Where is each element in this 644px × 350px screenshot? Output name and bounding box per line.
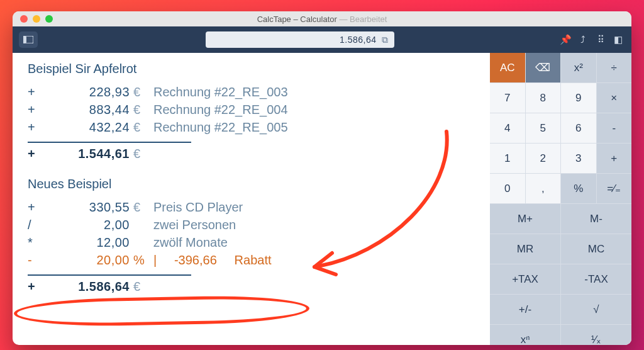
- operator: +: [28, 103, 42, 117]
- toolbar: 1.586,64 ⧉ 📌 ⤴ ⠿ ◧: [13, 26, 631, 53]
- key-add[interactable]: +: [597, 144, 632, 173]
- key-9[interactable]: 9: [561, 83, 596, 113]
- subtotal-rule: [28, 142, 191, 143]
- tape-row[interactable]: + 432,24 € Rechnung #22_RE_005: [28, 120, 475, 138]
- key-square[interactable]: x²: [561, 53, 596, 82]
- key-subtract[interactable]: -: [597, 113, 632, 143]
- annotation-ellipse: [14, 295, 310, 327]
- calculation-tape[interactable]: Beispiel Sir Apfelrot + 228,93 € Rechnun…: [13, 53, 490, 345]
- operator: /: [28, 218, 42, 232]
- key-plus-tax[interactable]: +TAX: [490, 264, 560, 294]
- value: 2,00: [42, 218, 130, 232]
- note: zwölf Monate: [146, 235, 228, 250]
- note: | -396,66 Rabatt: [146, 253, 272, 268]
- currency: €: [130, 103, 146, 117]
- operator: +: [28, 120, 42, 135]
- key-percent[interactable]: %: [561, 174, 596, 203]
- document-status: Bearbeitet: [350, 14, 387, 24]
- operator: +: [28, 200, 42, 215]
- note: Rechnung #22_RE_005: [146, 120, 288, 135]
- tape-row[interactable]: + 330,55 € Preis CD Player: [28, 200, 475, 218]
- result-display[interactable]: 1.586,64 ⧉: [206, 31, 394, 48]
- key-decimal[interactable]: ,: [526, 174, 561, 203]
- value: 1.586,64: [42, 279, 130, 294]
- key-4[interactable]: 4: [490, 113, 525, 143]
- body: Beispiel Sir Apfelrot + 228,93 € Rechnun…: [13, 53, 631, 345]
- key-equals[interactable]: =⁄₌: [597, 174, 632, 203]
- key-plus-minus[interactable]: +/-: [490, 295, 560, 324]
- key-minus-tax[interactable]: -TAX: [561, 264, 631, 294]
- key-ac[interactable]: AC: [490, 53, 525, 82]
- computed-amount: -396,66: [160, 253, 217, 268]
- value: 1.544,61: [42, 147, 130, 161]
- value: 330,55: [42, 200, 130, 215]
- operator: +: [28, 85, 42, 99]
- currency: €: [130, 279, 146, 294]
- tape-row[interactable]: * 12,00 zwölf Monate: [28, 235, 475, 253]
- grid-icon[interactable]: ⠿: [594, 34, 608, 45]
- key-power[interactable]: xⁿ: [490, 325, 560, 345]
- key-memory-plus[interactable]: M+: [490, 204, 560, 234]
- note: Rechnung #22_RE_003: [146, 85, 288, 99]
- toolbar-right: 📌 ⤴ ⠿ ◧: [558, 34, 625, 45]
- key-1[interactable]: 1: [490, 144, 525, 173]
- sidebar-toggle-button[interactable]: [19, 31, 38, 48]
- unit: %: [130, 253, 146, 268]
- key-2[interactable]: 2: [526, 144, 561, 173]
- currency: €: [130, 120, 146, 135]
- app-window: CalcTape – Calculator — Bearbeitet 1.586…: [13, 11, 631, 345]
- document-name: Calculator: [300, 14, 337, 24]
- section-2-rows: + 330,55 € Preis CD Player / 2,00 zwei P…: [28, 200, 475, 297]
- key-3[interactable]: 3: [561, 144, 596, 173]
- currency: €: [130, 147, 146, 161]
- subtotal-rule: [28, 274, 191, 276]
- pin-icon[interactable]: 📌: [558, 34, 572, 45]
- app-name: CalcTape: [257, 14, 291, 24]
- note: Preis CD Player: [146, 200, 243, 215]
- operator: +: [28, 279, 42, 294]
- value: 228,93: [42, 85, 130, 99]
- key-multiply[interactable]: ×: [597, 83, 632, 113]
- window-title: CalcTape – Calculator — Bearbeitet: [13, 14, 631, 24]
- value: 20,00: [42, 253, 130, 268]
- subtotal-row[interactable]: + 1.544,61 €: [28, 147, 475, 164]
- key-memory-clear[interactable]: MC: [561, 234, 631, 264]
- key-divide[interactable]: ÷: [597, 53, 632, 82]
- key-memory-minus[interactable]: M-: [561, 204, 631, 234]
- note: Rechnung #22_RE_004: [146, 103, 288, 117]
- copy-icon[interactable]: ⧉: [382, 35, 389, 45]
- tape-row[interactable]: + 883,44 € Rechnung #22_RE_004: [28, 103, 475, 120]
- key-backspace[interactable]: ⌫: [526, 53, 561, 82]
- operator: *: [28, 235, 42, 250]
- panel-icon[interactable]: ◧: [611, 34, 625, 45]
- key-5[interactable]: 5: [526, 113, 561, 143]
- keypad: AC ⌫ x² ÷ 7 8 9 × 4 5 6 - 1 2 3 + 0 , % …: [490, 53, 631, 345]
- operator: -: [28, 253, 42, 268]
- currency: €: [130, 200, 146, 215]
- tape-row[interactable]: / 2,00 zwei Personen: [28, 218, 475, 235]
- tape-row-highlight[interactable]: - 20,00 % | -396,66 Rabatt: [28, 253, 475, 271]
- section-title: Beispiel Sir Apfelrot: [28, 62, 475, 76]
- share-icon[interactable]: ⤴: [576, 34, 590, 45]
- titlebar: CalcTape – Calculator — Bearbeitet: [13, 11, 631, 26]
- note: zwei Personen: [146, 218, 236, 232]
- key-8[interactable]: 8: [526, 83, 561, 113]
- key-6[interactable]: 6: [561, 113, 596, 143]
- key-0[interactable]: 0: [490, 174, 525, 203]
- key-sqrt[interactable]: √: [561, 295, 631, 324]
- currency: €: [130, 85, 146, 99]
- separator: |: [153, 253, 157, 267]
- section-1-rows: + 228,93 € Rechnung #22_RE_003 + 883,44 …: [28, 85, 475, 164]
- sidebar-icon: [23, 36, 33, 43]
- value: 12,00: [42, 235, 130, 250]
- key-memory-recall[interactable]: MR: [490, 234, 560, 264]
- value: 432,24: [42, 120, 130, 135]
- key-7[interactable]: 7: [490, 83, 525, 113]
- svg-rect-1: [23, 36, 26, 43]
- tape-row[interactable]: + 228,93 € Rechnung #22_RE_003: [28, 85, 475, 103]
- total-row[interactable]: + 1.586,64 €: [28, 279, 475, 297]
- key-inverse[interactable]: ¹⁄ₓ: [561, 325, 631, 345]
- value: 883,44: [42, 103, 130, 117]
- result-value: 1.586,64: [340, 35, 377, 45]
- note-label: Rabatt: [235, 253, 272, 267]
